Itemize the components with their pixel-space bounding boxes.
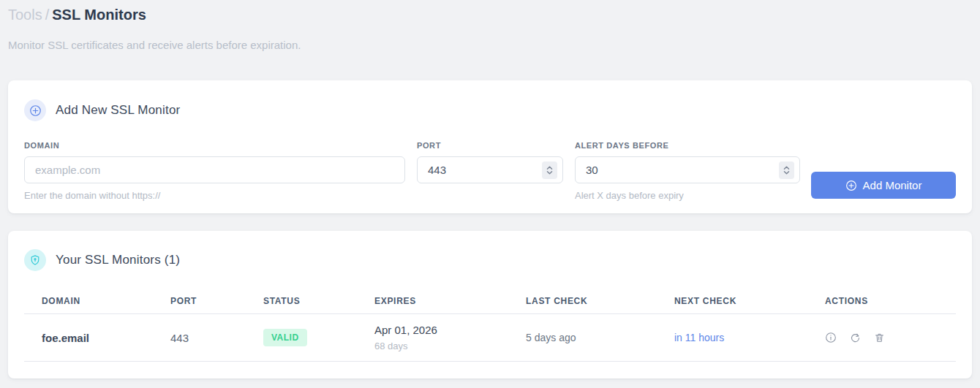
monitors-card-header: Your SSL Monitors (1) — [24, 249, 956, 271]
plus-circle-icon — [24, 99, 46, 121]
port-stepper[interactable] — [542, 161, 557, 179]
alert-days-stepper[interactable] — [779, 161, 794, 179]
domain-field-group: DOMAIN Enter the domain without https:// — [24, 141, 405, 201]
port-input[interactable] — [417, 156, 563, 183]
add-monitor-button-label: Add Monitor — [863, 179, 922, 191]
breadcrumb-parent[interactable]: Tools — [8, 7, 42, 23]
monitor-actions-cell — [825, 332, 956, 344]
domain-label: DOMAIN — [24, 141, 405, 150]
refresh-button[interactable] — [849, 332, 861, 344]
column-header-last-check: LAST CHECK — [526, 296, 674, 306]
monitor-last-check: 5 days ago — [526, 332, 674, 343]
page-subtitle: Monitor SSL certificates and receive ale… — [8, 39, 971, 51]
expires-days-remaining: 68 days — [374, 341, 526, 351]
add-monitor-form: DOMAIN Enter the domain without https://… — [24, 141, 956, 201]
monitor-expires-cell: Apr 01, 2026 68 days — [374, 324, 526, 351]
column-header-actions: ACTIONS — [825, 296, 956, 306]
refresh-icon — [850, 332, 861, 343]
breadcrumb: Tools/SSL Monitors — [8, 6, 971, 23]
port-label: PORT — [417, 141, 563, 150]
monitors-card-title: Your SSL Monitors (1) — [56, 253, 180, 267]
table-row: foe.email 443 VALID Apr 01, 2026 68 days… — [24, 314, 956, 362]
alert-days-field-group: ALERT DAYS BEFORE Alert X days before ex… — [575, 141, 800, 201]
delete-button[interactable] — [873, 332, 885, 344]
alert-days-label: ALERT DAYS BEFORE — [575, 141, 800, 150]
trash-icon — [874, 332, 885, 343]
monitors-card: Your SSL Monitors (1) DOMAIN PORT STATUS… — [8, 231, 972, 379]
monitor-domain: foe.email — [24, 332, 170, 344]
column-header-expires: EXPIRES — [374, 296, 526, 306]
column-header-domain: DOMAIN — [24, 296, 170, 306]
add-monitor-button[interactable]: Add Monitor — [811, 172, 956, 199]
column-header-status: STATUS — [263, 296, 374, 306]
info-icon — [825, 332, 837, 343]
breadcrumb-separator: / — [45, 7, 50, 23]
port-field-group: PORT — [417, 141, 563, 201]
alert-days-input[interactable] — [575, 156, 800, 183]
monitor-port: 443 — [170, 332, 263, 344]
add-monitor-card: Add New SSL Monitor DOMAIN Enter the dom… — [8, 80, 972, 213]
column-header-next-check: NEXT CHECK — [674, 296, 825, 306]
monitors-table-header: DOMAIN PORT STATUS EXPIRES LAST CHECK NE… — [24, 289, 956, 314]
domain-helper-text: Enter the domain without https:// — [24, 190, 405, 201]
page-header: Tools/SSL Monitors Monitor SSL certifica… — [0, 0, 980, 51]
monitor-next-check: in 11 hours — [674, 332, 825, 343]
info-button[interactable] — [825, 332, 837, 344]
domain-input[interactable] — [24, 156, 405, 183]
monitor-status-cell: VALID — [263, 329, 374, 346]
status-badge: VALID — [263, 329, 307, 346]
column-header-port: PORT — [170, 296, 263, 306]
page-title: SSL Monitors — [52, 7, 146, 23]
shield-icon — [24, 249, 46, 271]
monitors-table: DOMAIN PORT STATUS EXPIRES LAST CHECK NE… — [24, 289, 956, 362]
expires-date: Apr 01, 2026 — [374, 324, 526, 336]
add-monitor-card-title: Add New SSL Monitor — [56, 103, 180, 118]
plus-circle-icon — [845, 180, 857, 191]
alert-days-helper-text: Alert X days before expiry — [575, 190, 800, 201]
add-monitor-card-header: Add New SSL Monitor — [24, 99, 956, 121]
